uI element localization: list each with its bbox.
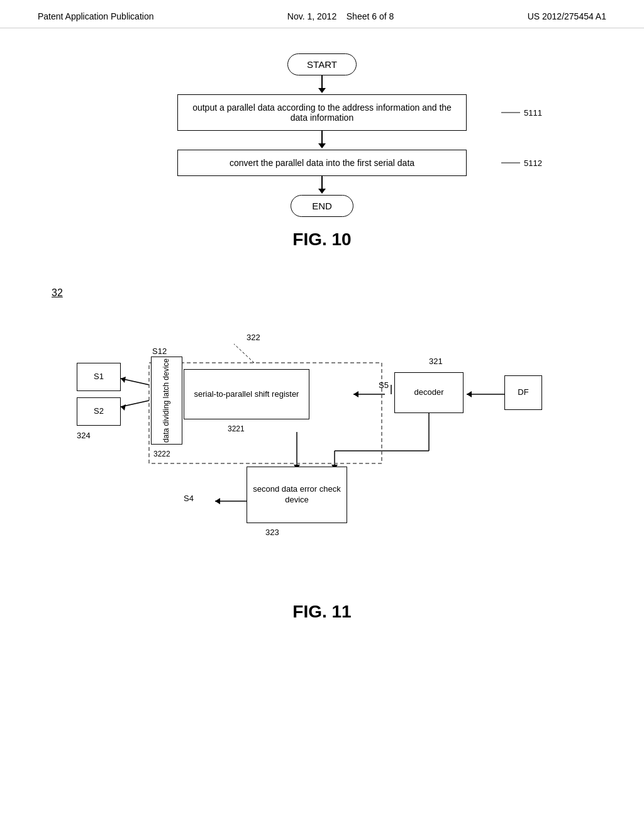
header-right: US 2012/275454 A1 [528,11,606,21]
flowchart: START output a parallel data according t… [177,53,467,217]
header-center: Nov. 1, 2012 Sheet 6 of 8 [287,11,394,21]
s5-label: S5 [379,380,389,390]
box1-row: output a parallel data according to the … [177,94,467,131]
serial-parallel-box: serial-to-parallel shift register [184,369,309,419]
diagram-svg [52,287,592,589]
box1-ref: 5111 [501,108,542,118]
s12-label: S12 [152,346,167,356]
s2-box: S2 [77,397,121,426]
page-header: Patent Application Publication Nov. 1, 2… [0,0,644,28]
data-dividing-box: data dividing latch device [151,357,182,445]
ref-3222: 3222 [153,450,170,458]
svg-marker-8 [121,377,126,383]
ref-321: 321 [429,357,443,366]
header-sheet: Sheet 6 of 8 [347,11,394,21]
df-box: DF [504,375,542,410]
box2: convert the parallel data into the first… [177,150,467,176]
fig10-label: FIG. 10 [292,230,351,250]
second-data-error-box: second data error check device [247,467,347,523]
start-oval-row: START [287,53,357,75]
svg-line-9 [121,401,149,407]
svg-marker-10 [121,404,126,411]
s1-box: S1 [77,363,121,391]
svg-line-7 [121,379,149,385]
header-left: Patent Application Publication [38,11,153,21]
end-oval: END [291,195,353,217]
s4-label: S4 [184,494,194,503]
svg-marker-3 [353,391,358,397]
box2-ref: 5112 [501,158,542,168]
arrow-2 [318,131,326,150]
arrow-3 [318,176,326,195]
fig11-container: 32 [52,287,592,622]
svg-line-20 [234,344,254,363]
svg-marker-14 [215,498,220,504]
fig10-container: START output a parallel data according t… [50,53,594,250]
start-oval: START [287,53,357,75]
block-diagram: S1 S2 324 data dividing latch device S12… [52,287,592,589]
ref-322: 322 [247,333,260,342]
box1: output a parallel data according to the … [177,94,467,131]
decoder-box: decoder [394,372,464,413]
end-oval-row: END [291,195,353,217]
header-date: Nov. 1, 2012 [287,11,336,21]
svg-marker-1 [467,391,472,397]
ref-3221: 3221 [228,424,245,433]
main-content: START output a parallel data according t… [0,28,644,647]
box2-row: convert the parallel data into the first… [177,150,467,176]
arrow-1 [318,75,326,94]
ref-323: 323 [265,528,279,537]
fig11-label: FIG. 11 [52,602,592,622]
ref-324: 324 [77,431,91,440]
